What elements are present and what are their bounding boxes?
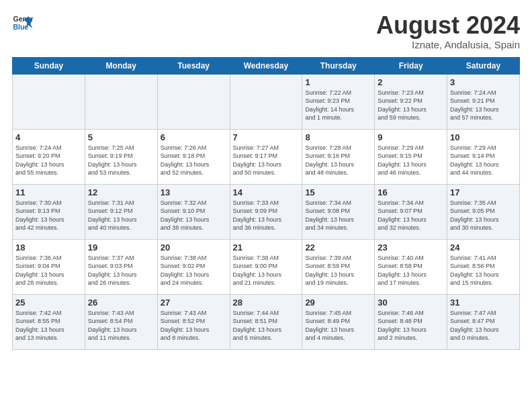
day-content: Sunrise: 7:28 AM Sunset: 9:16 PM Dayligh… xyxy=(305,144,371,177)
day-number: 3 xyxy=(450,77,517,87)
day-cell: 13Sunrise: 7:32 AM Sunset: 9:10 PM Dayli… xyxy=(157,184,230,239)
day-content: Sunrise: 7:29 AM Sunset: 9:14 PM Dayligh… xyxy=(450,144,517,177)
day-cell: 22Sunrise: 7:39 AM Sunset: 8:59 PM Dayli… xyxy=(302,239,375,294)
day-content: Sunrise: 7:35 AM Sunset: 9:05 PM Dayligh… xyxy=(450,199,517,232)
title-block: August 2024 Iznate, Andalusia, Spain xyxy=(376,12,520,50)
day-number: 31 xyxy=(450,298,517,308)
calendar-page: General Blue August 2024 Iznate, Andalus… xyxy=(0,0,532,411)
day-cell: 17Sunrise: 7:35 AM Sunset: 9:05 PM Dayli… xyxy=(447,184,520,239)
day-number: 7 xyxy=(233,132,300,142)
day-content: Sunrise: 7:42 AM Sunset: 8:55 PM Dayligh… xyxy=(15,309,82,342)
day-number: 24 xyxy=(450,242,517,253)
day-cell: 27Sunrise: 7:43 AM Sunset: 8:52 PM Dayli… xyxy=(157,294,230,349)
week-row-4: 18Sunrise: 7:36 AM Sunset: 9:04 PM Dayli… xyxy=(13,239,520,294)
day-number: 14 xyxy=(233,187,300,197)
day-cell: 1Sunrise: 7:22 AM Sunset: 9:23 PM Daylig… xyxy=(302,74,375,129)
day-cell: 10Sunrise: 7:29 AM Sunset: 9:14 PM Dayli… xyxy=(447,129,520,184)
subtitle: Iznate, Andalusia, Spain xyxy=(376,39,520,50)
day-cell: 3Sunrise: 7:24 AM Sunset: 9:21 PM Daylig… xyxy=(447,74,520,129)
day-number: 11 xyxy=(15,187,82,197)
day-cell: 14Sunrise: 7:33 AM Sunset: 9:09 PM Dayli… xyxy=(230,184,302,239)
day-number: 15 xyxy=(305,187,371,197)
day-cell: 31Sunrise: 7:47 AM Sunset: 8:47 PM Dayli… xyxy=(447,294,520,349)
logo: General Blue xyxy=(12,12,34,34)
day-content: Sunrise: 7:38 AM Sunset: 9:00 PM Dayligh… xyxy=(233,254,300,287)
day-number: 25 xyxy=(15,298,82,308)
day-cell: 9Sunrise: 7:29 AM Sunset: 9:15 PM Daylig… xyxy=(375,129,447,184)
day-number: 26 xyxy=(88,298,154,308)
col-header-monday: Monday xyxy=(85,57,157,74)
day-number: 16 xyxy=(378,187,444,197)
day-cell: 20Sunrise: 7:38 AM Sunset: 9:02 PM Dayli… xyxy=(157,239,230,294)
day-cell xyxy=(85,74,157,129)
day-content: Sunrise: 7:23 AM Sunset: 9:22 PM Dayligh… xyxy=(378,89,444,122)
day-cell xyxy=(230,74,302,129)
day-cell: 21Sunrise: 7:38 AM Sunset: 9:00 PM Dayli… xyxy=(230,239,302,294)
day-number: 19 xyxy=(88,242,154,253)
day-content: Sunrise: 7:39 AM Sunset: 8:59 PM Dayligh… xyxy=(305,254,371,287)
day-number: 17 xyxy=(450,187,517,197)
day-cell xyxy=(157,74,230,129)
day-number: 12 xyxy=(88,187,154,197)
day-cell: 28Sunrise: 7:44 AM Sunset: 8:51 PM Dayli… xyxy=(230,294,302,349)
day-content: Sunrise: 7:24 AM Sunset: 9:21 PM Dayligh… xyxy=(450,89,517,122)
day-cell: 6Sunrise: 7:26 AM Sunset: 9:18 PM Daylig… xyxy=(157,129,230,184)
day-number: 29 xyxy=(305,298,371,308)
svg-text:Blue: Blue xyxy=(13,24,29,31)
header: General Blue August 2024 Iznate, Andalus… xyxy=(12,12,520,50)
day-number: 10 xyxy=(450,132,517,142)
day-content: Sunrise: 7:33 AM Sunset: 9:09 PM Dayligh… xyxy=(233,199,300,232)
day-content: Sunrise: 7:34 AM Sunset: 9:07 PM Dayligh… xyxy=(378,199,444,232)
day-number: 30 xyxy=(378,298,444,308)
day-number: 21 xyxy=(233,242,300,253)
day-cell: 2Sunrise: 7:23 AM Sunset: 9:22 PM Daylig… xyxy=(375,74,447,129)
day-cell: 30Sunrise: 7:46 AM Sunset: 8:48 PM Dayli… xyxy=(375,294,447,349)
day-content: Sunrise: 7:46 AM Sunset: 8:48 PM Dayligh… xyxy=(378,309,444,342)
day-content: Sunrise: 7:41 AM Sunset: 8:56 PM Dayligh… xyxy=(450,254,517,287)
day-cell: 4Sunrise: 7:24 AM Sunset: 9:20 PM Daylig… xyxy=(13,129,85,184)
week-row-5: 25Sunrise: 7:42 AM Sunset: 8:55 PM Dayli… xyxy=(13,294,520,349)
day-content: Sunrise: 7:43 AM Sunset: 8:52 PM Dayligh… xyxy=(161,309,227,342)
day-content: Sunrise: 7:25 AM Sunset: 9:19 PM Dayligh… xyxy=(88,144,154,177)
day-content: Sunrise: 7:43 AM Sunset: 8:54 PM Dayligh… xyxy=(88,309,154,342)
day-cell: 8Sunrise: 7:28 AM Sunset: 9:16 PM Daylig… xyxy=(302,129,375,184)
day-number: 13 xyxy=(161,187,227,197)
day-content: Sunrise: 7:44 AM Sunset: 8:51 PM Dayligh… xyxy=(233,309,300,342)
logo-icon: General Blue xyxy=(12,12,34,34)
day-content: Sunrise: 7:31 AM Sunset: 9:12 PM Dayligh… xyxy=(88,199,154,232)
col-header-sunday: Sunday xyxy=(13,57,85,74)
day-number: 28 xyxy=(233,298,300,308)
day-cell: 7Sunrise: 7:27 AM Sunset: 9:17 PM Daylig… xyxy=(230,129,302,184)
day-number: 8 xyxy=(305,132,371,142)
day-number: 27 xyxy=(161,298,227,308)
day-cell: 29Sunrise: 7:45 AM Sunset: 8:49 PM Dayli… xyxy=(302,294,375,349)
col-header-tuesday: Tuesday xyxy=(157,57,230,74)
day-number: 18 xyxy=(15,242,82,253)
day-content: Sunrise: 7:24 AM Sunset: 9:20 PM Dayligh… xyxy=(15,144,82,177)
week-row-2: 4Sunrise: 7:24 AM Sunset: 9:20 PM Daylig… xyxy=(13,129,520,184)
day-number: 9 xyxy=(378,132,444,142)
calendar-table: SundayMondayTuesdayWednesdayThursdayFrid… xyxy=(12,57,520,350)
day-content: Sunrise: 7:45 AM Sunset: 8:49 PM Dayligh… xyxy=(305,309,371,342)
day-cell: 11Sunrise: 7:30 AM Sunset: 9:13 PM Dayli… xyxy=(13,184,85,239)
day-content: Sunrise: 7:22 AM Sunset: 9:23 PM Dayligh… xyxy=(305,89,371,122)
header-row: SundayMondayTuesdayWednesdayThursdayFrid… xyxy=(13,57,520,74)
day-cell: 16Sunrise: 7:34 AM Sunset: 9:07 PM Dayli… xyxy=(375,184,447,239)
day-cell: 19Sunrise: 7:37 AM Sunset: 9:03 PM Dayli… xyxy=(85,239,157,294)
day-content: Sunrise: 7:32 AM Sunset: 9:10 PM Dayligh… xyxy=(161,199,227,232)
day-cell: 24Sunrise: 7:41 AM Sunset: 8:56 PM Dayli… xyxy=(447,239,520,294)
day-content: Sunrise: 7:47 AM Sunset: 8:47 PM Dayligh… xyxy=(450,309,517,342)
week-row-3: 11Sunrise: 7:30 AM Sunset: 9:13 PM Dayli… xyxy=(13,184,520,239)
day-number: 1 xyxy=(305,77,371,87)
day-cell: 23Sunrise: 7:40 AM Sunset: 8:58 PM Dayli… xyxy=(375,239,447,294)
day-number: 22 xyxy=(305,242,371,253)
day-content: Sunrise: 7:40 AM Sunset: 8:58 PM Dayligh… xyxy=(378,254,444,287)
col-header-saturday: Saturday xyxy=(447,57,520,74)
day-cell: 18Sunrise: 7:36 AM Sunset: 9:04 PM Dayli… xyxy=(13,239,85,294)
day-content: Sunrise: 7:38 AM Sunset: 9:02 PM Dayligh… xyxy=(161,254,227,287)
day-cell xyxy=(13,74,85,129)
day-number: 20 xyxy=(161,242,227,253)
day-content: Sunrise: 7:26 AM Sunset: 9:18 PM Dayligh… xyxy=(161,144,227,177)
day-cell: 26Sunrise: 7:43 AM Sunset: 8:54 PM Dayli… xyxy=(85,294,157,349)
day-content: Sunrise: 7:37 AM Sunset: 9:03 PM Dayligh… xyxy=(88,254,154,287)
